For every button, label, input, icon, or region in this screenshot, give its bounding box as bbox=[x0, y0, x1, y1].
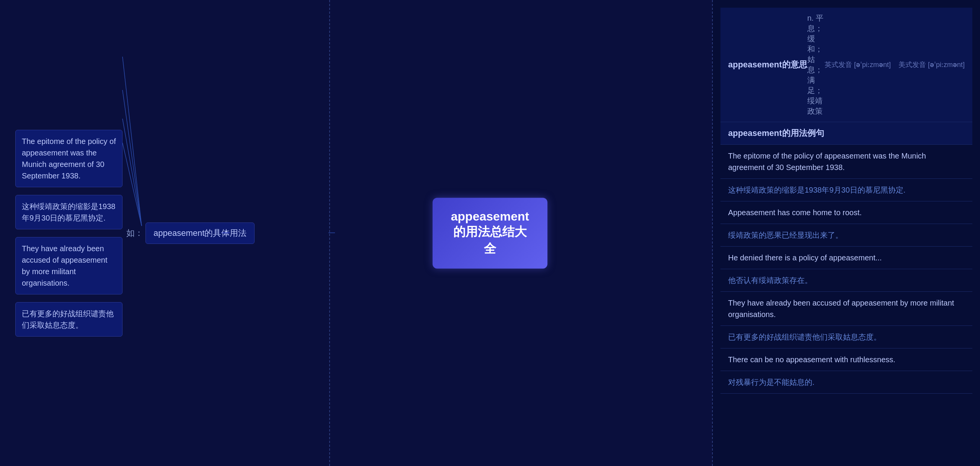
example-item: The epitome of the policy of appeasement… bbox=[720, 145, 972, 179]
svg-line-1 bbox=[122, 90, 142, 226]
us-pronunciation: 美式发音 [əˈpiːzmǝnt] bbox=[898, 61, 965, 69]
examples-section-header: appeasement的用法例句 bbox=[720, 122, 972, 145]
right-panel: appeasement的意思 n. 平息；缓和；姑息；满足；绥靖政策 英式发音 … bbox=[712, 0, 980, 466]
example-item: 他否认有绥靖政策存在。 bbox=[720, 269, 972, 292]
central-node: appeasement的用法总结大全 bbox=[433, 198, 547, 268]
vertical-separator bbox=[329, 0, 330, 466]
example-item: 已有更多的好战组织谴责他们采取姑息态度。 bbox=[720, 326, 972, 348]
meaning-section-header: appeasement的意思 n. 平息；缓和；姑息；满足；绥靖政策 英式发音 … bbox=[720, 8, 972, 122]
uk-pronunciation: 英式发音 [əˈpiːzmǝnt] bbox=[825, 61, 891, 69]
list-item: The epitome of the policy of appeasement… bbox=[15, 130, 122, 187]
example-item: They have already been accused of appeas… bbox=[720, 292, 972, 326]
list-item: They have already been accused of appeas… bbox=[15, 237, 122, 294]
example-prefix-label: 如： bbox=[126, 227, 143, 239]
svg-line-3 bbox=[122, 143, 142, 226]
svg-line-0 bbox=[122, 57, 142, 226]
pronunciation: 英式发音 [əˈpiːzmǝnt] 美式发音 [əˈpiːzmǝnt] bbox=[825, 60, 965, 69]
example-item: He denied there is a policy of appeaseme… bbox=[720, 247, 972, 269]
meaning-definition: n. 平息；缓和；姑息；满足；绥靖政策 bbox=[807, 13, 825, 116]
list-item: 已有更多的好战组织谴责他们采取姑息态度。 bbox=[15, 302, 122, 337]
meaning-title: appeasement的意思 bbox=[728, 59, 807, 70]
svg-line-2 bbox=[122, 119, 142, 226]
list-item: 这种绥靖政策的缩影是1938年9月30日的慕尼黑协定. bbox=[15, 195, 122, 229]
example-item: Appeasement has come home to roost. bbox=[720, 201, 972, 224]
branch-label: appeasement的具体用法 bbox=[145, 222, 255, 244]
example-item: 这种绥靖政策的缩影是1938年9月30日的慕尼黑协定. bbox=[720, 179, 972, 201]
example-item: 对残暴行为是不能姑息的. bbox=[720, 371, 972, 394]
left-cards-container: The epitome of the policy of appeasement… bbox=[15, 130, 122, 337]
example-item: There can be no appeasement with ruthles… bbox=[720, 348, 972, 371]
example-item: 绥靖政策的恶果已经显现出来了。 bbox=[720, 224, 972, 247]
